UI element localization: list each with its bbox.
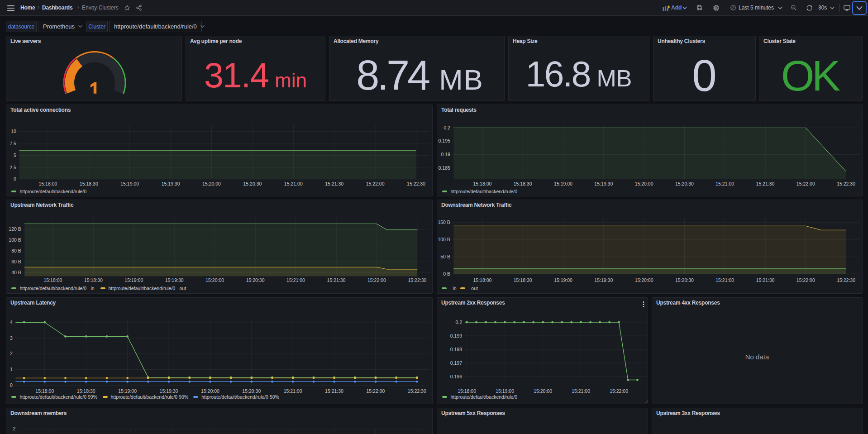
svg-text:15:18:30: 15:18:30 — [514, 181, 532, 186]
svg-text:15:20:00: 15:20:00 — [202, 181, 221, 186]
svg-text:15:19:30: 15:19:30 — [594, 277, 613, 283]
svg-text:15:21:30: 15:21:30 — [327, 277, 346, 283]
svg-text:15:22:00: 15:22:00 — [796, 277, 815, 283]
svg-text:15:21:00: 15:21:00 — [284, 181, 303, 186]
svg-text:15:20:30: 15:20:30 — [242, 388, 261, 394]
svg-text:15:18:30: 15:18:30 — [514, 277, 532, 283]
svg-text:0.197: 0.197 — [450, 360, 462, 366]
svg-text:0.198: 0.198 — [450, 347, 462, 352]
svg-text:0.185: 0.185 — [439, 165, 450, 171]
svg-text:15:18:30: 15:18:30 — [80, 181, 98, 186]
svg-text:15:20:30: 15:20:30 — [246, 277, 265, 283]
svg-text:0: 0 — [14, 176, 16, 181]
svg-text:15:18:00: 15:18:00 — [43, 277, 62, 283]
svg-text:100 B: 100 B — [9, 237, 21, 243]
svg-text:0.195: 0.195 — [439, 138, 450, 143]
svg-text:15:22:30: 15:22:30 — [408, 277, 426, 283]
svg-text:15:21:30: 15:21:30 — [325, 181, 343, 186]
svg-text:15:18:00: 15:18:00 — [458, 388, 476, 394]
svg-text:60 B: 60 B — [11, 259, 21, 264]
svg-text:15:19:30: 15:19:30 — [160, 388, 178, 394]
svg-text:15:18:00: 15:18:00 — [38, 181, 57, 186]
svg-text:50 B: 50 B — [440, 254, 450, 259]
svg-text:15:22:30: 15:22:30 — [837, 181, 855, 186]
svg-text:15:18:30: 15:18:30 — [77, 388, 95, 394]
svg-text:15:21:00: 15:21:00 — [284, 388, 302, 394]
svg-text:15:20:00: 15:20:00 — [201, 388, 219, 394]
svg-text:40 B: 40 B — [11, 270, 21, 275]
svg-text:15:19:30: 15:19:30 — [165, 277, 184, 283]
svg-text:0.196: 0.196 — [450, 374, 462, 379]
svg-text:15:19:00: 15:19:00 — [124, 277, 143, 283]
svg-text:15:22:00: 15:22:00 — [366, 388, 385, 394]
svg-text:15:20:00: 15:20:00 — [534, 388, 552, 394]
svg-text:1: 1 — [10, 367, 13, 372]
svg-text:15:21:30: 15:21:30 — [325, 388, 343, 394]
svg-text:15:20:00: 15:20:00 — [635, 181, 653, 186]
svg-text:15:19:00: 15:19:00 — [496, 388, 514, 394]
svg-text:15:19:00: 15:19:00 — [118, 388, 137, 394]
svg-text:15:19:30: 15:19:30 — [162, 181, 180, 186]
svg-text:7.5: 7.5 — [10, 141, 16, 146]
svg-text:15:21:00: 15:21:00 — [572, 388, 590, 394]
svg-text:15:20:00: 15:20:00 — [205, 277, 224, 283]
svg-text:15:22:00: 15:22:00 — [367, 277, 386, 283]
svg-text:15:19:00: 15:19:00 — [120, 181, 139, 186]
svg-text:3: 3 — [10, 335, 13, 341]
svg-text:15:22:00: 15:22:00 — [796, 181, 815, 186]
svg-text:15:20:30: 15:20:30 — [243, 181, 262, 186]
svg-text:15:20:30: 15:20:30 — [675, 277, 694, 283]
svg-text:4: 4 — [10, 320, 13, 325]
svg-text:15:18:00: 15:18:00 — [473, 277, 491, 283]
svg-text:15:22:30: 15:22:30 — [408, 388, 426, 394]
svg-text:15:20:30: 15:20:30 — [675, 181, 694, 186]
svg-text:2: 2 — [10, 351, 13, 356]
svg-text:0: 0 — [10, 382, 13, 388]
svg-text:15:19:00: 15:19:00 — [554, 181, 572, 186]
svg-text:2.5: 2.5 — [10, 165, 16, 170]
svg-text:15:20:00: 15:20:00 — [635, 277, 653, 283]
svg-text:15:21:00: 15:21:00 — [715, 277, 734, 283]
svg-text:0.199: 0.199 — [450, 333, 462, 339]
svg-text:0.2: 0.2 — [455, 320, 462, 325]
svg-text:15:19:00: 15:19:00 — [554, 277, 572, 283]
svg-text:15:18:00: 15:18:00 — [35, 388, 54, 394]
svg-text:0.19: 0.19 — [441, 152, 450, 157]
svg-text:15:21:00: 15:21:00 — [286, 277, 305, 283]
svg-text:2: 2 — [13, 426, 16, 431]
svg-text:0 B: 0 B — [443, 271, 450, 277]
svg-text:15:18:00: 15:18:00 — [473, 181, 491, 186]
svg-text:15:19:30: 15:19:30 — [594, 181, 613, 186]
svg-text:150 B: 150 B — [438, 219, 450, 225]
svg-text:15:22:00: 15:22:00 — [366, 181, 385, 186]
svg-text:120 B: 120 B — [9, 226, 21, 232]
svg-text:80 B: 80 B — [11, 248, 21, 253]
svg-text:15:21:30: 15:21:30 — [756, 181, 775, 186]
svg-text:15:22:30: 15:22:30 — [837, 277, 855, 283]
svg-text:15:22:00: 15:22:00 — [610, 388, 628, 394]
svg-text:5: 5 — [14, 153, 16, 158]
svg-text:15:22:30: 15:22:30 — [407, 181, 425, 186]
svg-text:15:18:30: 15:18:30 — [84, 277, 103, 283]
svg-text:10: 10 — [11, 129, 16, 134]
svg-text:15:21:30: 15:21:30 — [756, 277, 775, 283]
svg-text:0.2: 0.2 — [444, 125, 450, 130]
svg-text:15:21:00: 15:21:00 — [715, 181, 734, 186]
svg-text:100 B: 100 B — [438, 237, 450, 242]
